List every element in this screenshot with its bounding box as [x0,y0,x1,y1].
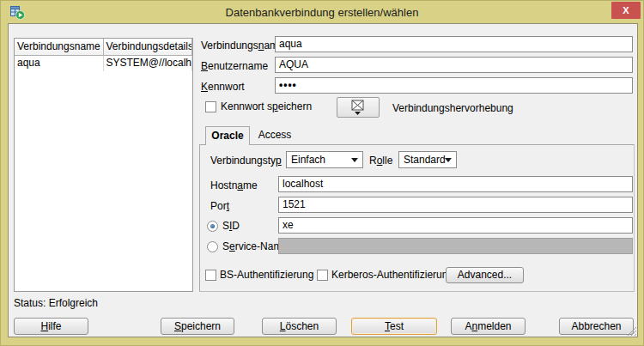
table-header-row: Verbindungsname Verbindungsdetails [15,39,192,56]
username-input[interactable]: AQUA [275,57,633,73]
close-button[interactable]: X [611,2,641,19]
help-button[interactable]: Hilfe [14,318,88,335]
kerberos-authentication-label: Kerberos-Authentifizierung [331,269,453,281]
os-authentication-checkbox[interactable] [205,270,216,281]
hostname-label: Hostname [210,179,258,191]
dialog-title: Datenbankverbindung erstellen/wählen [1,6,643,19]
service-name-radio[interactable] [207,241,218,252]
cell-connection-name[interactable]: aqua [15,56,104,71]
role-select[interactable]: Standard [398,151,457,168]
connection-name-input[interactable]: aqua [275,36,633,52]
column-header-name[interactable]: Verbindungsname [15,39,104,56]
connect-button[interactable]: Anmelden [451,318,526,335]
column-header-details[interactable]: Verbindungsdetails [104,39,193,56]
no-color-swatch-icon [337,98,379,117]
connection-type-value: Einfach [291,154,325,166]
port-input[interactable]: 1521 [278,197,633,213]
connection-type-select[interactable]: Einfach [286,151,363,168]
connection-name-label: Verbindungsname [201,39,284,52]
password-input[interactable]: •••• [275,77,633,94]
tab-access[interactable]: Access [252,126,297,145]
status-text: Status: Erfolgreich [14,297,98,309]
username-label: Benutzername [201,60,268,72]
connection-type-label: Verbindungstyp [210,155,282,167]
chevron-down-icon [445,158,452,162]
titlebar[interactable]: Datenbankverbindung erstellen/wählen X [1,1,643,23]
save-password-label: Kennwort speichern [221,100,312,112]
dialog-client-area: Verbindungsname Verbindungsdetails aqua … [8,23,638,337]
cell-connection-details[interactable]: SYSTEM@//localh... [104,56,193,71]
table-row[interactable]: aqua SYSTEM@//localh... [15,56,192,71]
advanced-button[interactable]: Advanced... [446,267,524,283]
os-authentication-label: BS-Authentifizierung [220,269,313,281]
highlight-color-button[interactable] [337,97,380,118]
delete-button[interactable]: Löschen [262,318,337,335]
port-label: Port [210,200,229,212]
highlight-label: Verbindungshervorhebung [392,102,513,114]
save-password-checkbox[interactable] [205,101,216,112]
role-value: Standard [404,154,446,166]
cancel-button[interactable]: Abbrechen [559,318,634,335]
dialog-window: Datenbankverbindung erstellen/wählen X V… [0,0,644,346]
hostname-input[interactable]: localhost [278,176,633,192]
chevron-down-icon [351,158,358,162]
tab-oracle[interactable]: Oracle [205,126,250,145]
sid-label: SID [222,220,240,232]
kerberos-authentication-checkbox[interactable] [317,270,328,281]
sid-input[interactable]: xe [278,217,633,234]
resize-grip[interactable] [626,325,636,336]
role-label: Rolle [369,155,392,167]
test-button[interactable]: Test [351,318,437,335]
sid-radio[interactable] [207,221,218,232]
service-name-input [278,238,633,254]
connections-table[interactable]: Verbindungsname Verbindungsdetails aqua … [14,38,193,292]
password-label: Kennwort [201,81,245,93]
save-button[interactable]: Speichern [161,318,234,335]
